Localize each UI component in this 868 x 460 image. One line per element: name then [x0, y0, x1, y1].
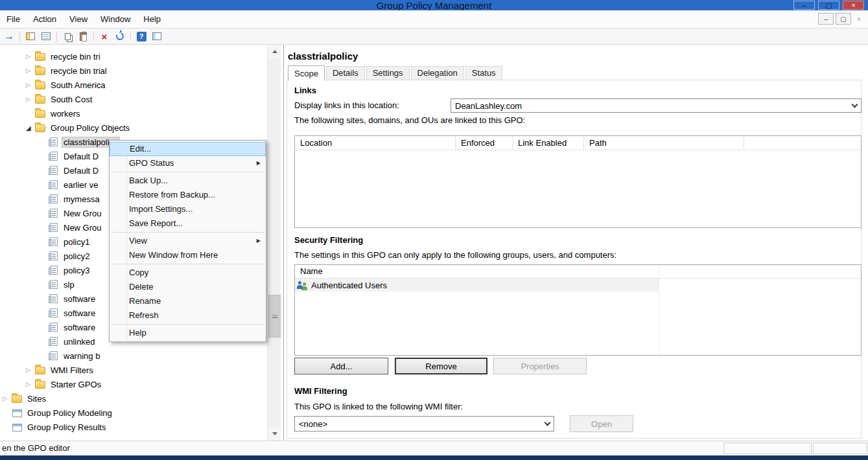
context-menu-save-report[interactable]: Save Report...: [110, 216, 266, 231]
gpo-icon: [50, 266, 58, 275]
menu-separator: [111, 172, 264, 172]
location-combobox[interactable]: DeanLashley.com: [451, 98, 862, 113]
context-menu-back-up[interactable]: Back Up...: [110, 174, 266, 188]
tree-item-warning-b[interactable]: warning b: [0, 349, 267, 363]
tree-item-group-policy-objects[interactable]: ◢Group Policy Objects: [0, 121, 267, 135]
menu-view[interactable]: View: [63, 10, 94, 28]
expand-icon[interactable]: ▷: [3, 395, 12, 402]
context-menu-gpo-status[interactable]: GPO Status▶: [110, 156, 266, 170]
menu-file[interactable]: File: [0, 10, 27, 28]
menu-item-label: Import Settings...: [129, 204, 193, 214]
tab-settings[interactable]: Settings: [366, 66, 410, 80]
tab-scope[interactable]: Scope: [288, 65, 325, 81]
context-menu-import-settings[interactable]: Import Settings...: [110, 202, 266, 216]
menu-action[interactable]: Action: [27, 10, 63, 28]
console-tree-icon[interactable]: [23, 30, 38, 43]
add-button[interactable]: Add...: [294, 358, 388, 374]
tree-item-south-cost[interactable]: ▷South Cost: [0, 92, 267, 106]
tree-scrollbar[interactable]: [267, 45, 281, 441]
remove-button[interactable]: Remove: [395, 358, 487, 374]
tree-item-recycle-bin-trial[interactable]: ▷recycle bin trial: [0, 63, 267, 78]
tree-item-group-policy-results[interactable]: Group Policy Results: [0, 420, 267, 434]
paste-icon[interactable]: [76, 30, 90, 43]
column-header-path[interactable]: Path: [584, 136, 744, 150]
help-icon[interactable]: ?: [134, 30, 148, 43]
refresh-icon[interactable]: [113, 30, 127, 43]
expand-icon[interactable]: ▷: [26, 381, 35, 387]
expand-icon[interactable]: ▷: [26, 67, 35, 74]
forward-icon[interactable]: →: [2, 30, 16, 43]
tree-item-label: recycle bin trial: [49, 65, 109, 76]
context-menu-copy[interactable]: Copy: [110, 266, 266, 280]
context-menu-edit[interactable]: Edit...: [110, 142, 266, 156]
dropdown-arrow-icon[interactable]: [849, 99, 861, 112]
tree-item-sites[interactable]: ▷Sites: [0, 391, 267, 406]
security-entry-row[interactable]: Authenticated Users: [295, 279, 861, 292]
toolbar-separator: [130, 31, 131, 41]
wmi-filter-combobox[interactable]: <none>: [294, 416, 554, 431]
mdi-minimize-button[interactable]: –: [818, 13, 834, 25]
tab-details[interactable]: Details: [326, 66, 365, 80]
context-menu-delete[interactable]: Delete: [110, 280, 266, 294]
column-header-link-enabled[interactable]: Link Enabled: [513, 136, 584, 150]
tab-status[interactable]: Status: [465, 66, 502, 80]
gpo-icon: [50, 152, 58, 161]
menu-items: FileActionViewWindowHelp: [0, 14, 167, 24]
close-button[interactable]: ×: [843, 1, 864, 10]
name-column-header[interactable]: Name: [300, 266, 323, 276]
column-header-enforced[interactable]: Enforced: [456, 136, 513, 150]
open-button[interactable]: Open: [570, 415, 633, 432]
delete-icon[interactable]: ×: [97, 30, 111, 43]
mdi-close-button[interactable]: ×: [853, 13, 865, 25]
expand-icon[interactable]: ▷: [26, 96, 35, 102]
scroll-up-button[interactable]: [268, 45, 281, 58]
tree-item-workers[interactable]: workers: [0, 106, 267, 121]
arrow-up-icon: [272, 50, 277, 53]
expand-icon[interactable]: ▷: [26, 367, 35, 373]
gpo-icon: [50, 180, 58, 189]
tree-item-starter-gpos[interactable]: ▷Starter GPOs: [0, 377, 267, 391]
expand-icon[interactable]: ▷: [26, 53, 35, 60]
gpo-icon: [50, 323, 58, 332]
menu-item-label: View: [129, 236, 147, 246]
menu-window[interactable]: Window: [94, 10, 137, 28]
folder-icon: [35, 67, 45, 75]
list-columns-icon[interactable]: [150, 30, 164, 43]
scrollbar-thumb[interactable]: [268, 295, 281, 338]
minimize-button[interactable]: –: [793, 1, 815, 10]
links-caption: The following sites, domains, and OUs ar…: [294, 115, 525, 125]
tree-item-label: Starter GPOs: [49, 379, 103, 390]
status-bar: en the GPO editor: [0, 441, 868, 455]
context-menu-view[interactable]: View▶: [110, 234, 266, 248]
dropdown-arrow-icon[interactable]: [541, 417, 554, 431]
properties-button[interactable]: Properties: [493, 358, 587, 374]
tree-item-label: WMI Filters: [49, 365, 95, 376]
expand-icon[interactable]: ▷: [26, 82, 35, 88]
context-menu-new-window-from-here[interactable]: New Window from Here: [110, 248, 266, 262]
gpo-icon: [50, 194, 58, 203]
tab-delegation[interactable]: Delegation: [411, 66, 464, 80]
title-bar: Group Policy Management – ▢ ×: [0, 0, 868, 10]
tree-item-label: Group Policy Results: [25, 422, 108, 433]
maximize-button[interactable]: ▢: [818, 1, 839, 10]
submenu-arrow-icon: ▶: [257, 234, 261, 248]
context-menu-refresh[interactable]: Refresh: [110, 308, 266, 323]
tree-item-recycle-bin-tri[interactable]: ▷recycle bin tri: [0, 49, 267, 63]
gpo-icon: [50, 237, 58, 246]
mdi-restore-button[interactable]: ▢: [836, 13, 851, 25]
collapse-icon[interactable]: ◢: [26, 124, 35, 132]
column-header-location[interactable]: Location: [295, 136, 456, 150]
scroll-down-button[interactable]: [268, 427, 281, 441]
menu-item-label: GPO Status: [129, 158, 174, 168]
context-menu-restore-from-backup[interactable]: Restore from Backup...: [110, 188, 266, 202]
context-menu-rename[interactable]: Rename: [110, 294, 266, 308]
menu-help[interactable]: Help: [137, 10, 167, 28]
forward-glyph: →: [4, 31, 14, 41]
export-list-icon[interactable]: [39, 30, 53, 43]
context-menu-help[interactable]: Help: [110, 326, 266, 340]
copy-icon[interactable]: [60, 30, 75, 43]
menu-item-label: Refresh: [129, 310, 159, 320]
tree-item-south-america[interactable]: ▷South America: [0, 78, 267, 92]
tree-item-wmi-filters[interactable]: ▷WMI Filters: [0, 363, 267, 377]
tree-item-group-policy-modeling[interactable]: Group Policy Modeling: [0, 406, 267, 420]
